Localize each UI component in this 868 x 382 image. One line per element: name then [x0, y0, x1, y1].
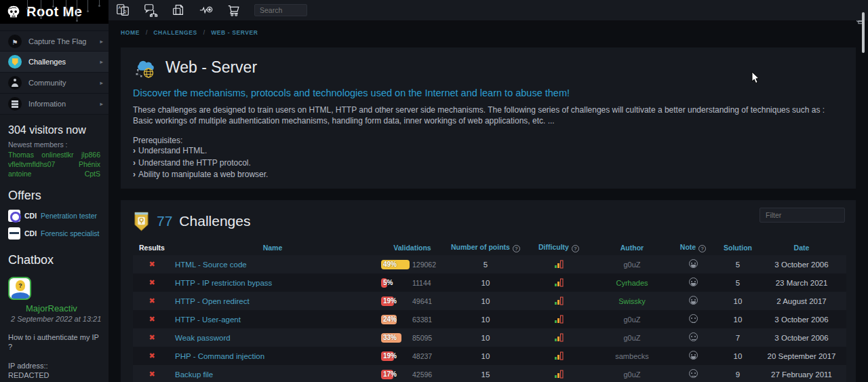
- page-title: Web - Server: [165, 58, 257, 77]
- column-header[interactable]: Name: [171, 240, 374, 255]
- hanging-string-decoration: [77, 0, 77, 20]
- difficulty-bars-icon: [554, 372, 564, 380]
- column-header[interactable]: Date: [757, 240, 846, 255]
- chat-message: IP address::REDACTEDis not authorized to…: [8, 361, 100, 382]
- help-icon[interactable]: ?: [513, 245, 520, 252]
- visitors-heading: 304 visitors now: [0, 115, 108, 139]
- table-row: ✖ HTTP - User-agent 24% 63381 10: [133, 310, 846, 328]
- member-link[interactable]: Phénix: [79, 160, 100, 168]
- date-value: 27 February 2011: [757, 365, 846, 382]
- author-link[interactable]: g0uZ: [623, 261, 640, 269]
- column-header[interactable]: Validations: [374, 240, 450, 255]
- chevron-right-icon: ▸: [100, 38, 103, 45]
- difficulty-bars-icon: [554, 335, 564, 343]
- chat-username-link[interactable]: MajorReactiv: [26, 303, 108, 313]
- points-value: 10: [450, 328, 521, 347]
- member-link[interactable]: jlp866: [81, 151, 100, 159]
- member-link[interactable]: onlinestlkr: [41, 151, 73, 159]
- challenge-link[interactable]: HTTP - IP restriction bypass: [175, 279, 272, 287]
- prerequisite-item: ›Understand the HTTP protocol.: [133, 157, 844, 170]
- breadcrumb: HOME / CHALLENGES / WEB - SERVER: [121, 29, 258, 36]
- cart-icon[interactable]: [226, 3, 241, 18]
- offer-link[interactable]: Forensic specialist: [41, 229, 99, 237]
- solution-count: 5: [719, 255, 757, 273]
- date-value: 3 October 2006: [757, 310, 846, 328]
- member-link[interactable]: CptS: [85, 170, 100, 178]
- table-row: ✖ Backup file 17% 42596 15: [133, 365, 846, 382]
- column-header[interactable]: Results: [133, 240, 171, 255]
- cloud-globe-icon: [133, 56, 157, 79]
- challenge-link[interactable]: HTTP - User-agent: [175, 316, 241, 324]
- date-value: 23 March 2021: [757, 273, 846, 292]
- breadcrumb-item[interactable]: CHALLENGES: [153, 29, 197, 36]
- offers-list: CDI Penetration tester CDI Forensic spec…: [0, 207, 108, 242]
- hanging-string-decoration: [66, 0, 66, 15]
- date-value: 20 September 2017: [757, 347, 846, 365]
- pulse-target-icon[interactable]: [199, 3, 214, 18]
- challenge-link[interactable]: HTTP - Open redirect: [175, 297, 250, 305]
- challenge-link[interactable]: Weak password: [175, 334, 231, 342]
- author-link[interactable]: Cyrhades: [616, 279, 648, 287]
- points-value: 15: [450, 365, 521, 382]
- page-description: These challenges are designed to train u…: [133, 104, 844, 126]
- challenge-link[interactable]: PHP - Command injection: [175, 352, 264, 360]
- member-link[interactable]: antoine: [8, 170, 31, 178]
- documents-icon[interactable]: [171, 3, 186, 18]
- challenge-link[interactable]: HTML - Source code: [175, 261, 247, 269]
- scrollbar-thumb[interactable]: [862, 12, 865, 53]
- avatar[interactable]: ?: [8, 277, 31, 300]
- validation-badge: 19%: [381, 351, 410, 361]
- author-link[interactable]: sambecks: [615, 352, 649, 360]
- points-value: 10: [450, 347, 521, 365]
- logo[interactable]: Root Me: [0, 0, 108, 24]
- newest-members-label: Newest members :: [0, 139, 108, 151]
- validation-badge: 17%: [381, 370, 410, 379]
- help-icon[interactable]: ?: [698, 245, 706, 252]
- breadcrumb-separator: /: [203, 29, 205, 36]
- note-face-icon: [689, 351, 698, 360]
- column-header[interactable]: Solution: [719, 240, 757, 255]
- sidebar-item-challenges[interactable]: Challenges ▸: [0, 52, 108, 73]
- table-row: ✖ PHP - Command injection 19% 48237 10: [133, 347, 846, 365]
- member-link[interactable]: Thomas: [8, 151, 34, 159]
- qa-cards-icon[interactable]: A Q: [115, 3, 130, 18]
- validation-badge: 33%: [381, 333, 410, 343]
- author-link[interactable]: g0uZ: [623, 370, 640, 379]
- member-link[interactable]: vfleltvmfldhs07: [8, 160, 55, 168]
- not-validated-icon: ✖: [149, 315, 155, 323]
- breadcrumb-item[interactable]: HOME: [121, 29, 140, 36]
- filter-input[interactable]: [760, 208, 845, 223]
- challenges-heading: Challenges: [179, 213, 250, 229]
- challenge-link[interactable]: Backup file: [175, 370, 213, 379]
- points-value: 10: [450, 292, 521, 310]
- offers-heading: Offers: [0, 178, 108, 207]
- sidebar-item-capture-the-flag[interactable]: Capture The Flag ▸: [0, 31, 108, 52]
- column-header[interactable]: Author: [597, 240, 667, 255]
- offer-link[interactable]: Penetration tester: [41, 212, 97, 220]
- validations-count: 49641: [412, 297, 432, 305]
- not-validated-icon: ✖: [149, 260, 155, 268]
- column-header[interactable]: Difficulty?: [521, 240, 597, 255]
- column-header[interactable]: Number of points?: [450, 240, 521, 255]
- hanging-string-decoration: [27, 0, 28, 8]
- search-input[interactable]: [254, 4, 307, 16]
- note-face-icon: [689, 332, 698, 341]
- author-link[interactable]: g0uZ: [623, 316, 640, 324]
- table-row: ✖ HTTP - Open redirect 19% 49641 10: [133, 292, 846, 310]
- breadcrumb-separator: /: [146, 29, 147, 36]
- chat-network-icon[interactable]: [143, 3, 158, 18]
- sidebar-item-community[interactable]: Community ▸: [0, 73, 108, 94]
- column-header[interactable]: Note?: [667, 240, 719, 255]
- validation-badge: 49%: [381, 260, 410, 269]
- sidebar-item-information[interactable]: Information ▸: [0, 94, 108, 115]
- validation-badge: 5%: [381, 278, 410, 288]
- author-link[interactable]: Swissky: [618, 297, 646, 305]
- help-icon[interactable]: ?: [572, 245, 579, 252]
- challenges-count: 77: [157, 213, 172, 229]
- author-link[interactable]: g0uZ: [623, 334, 640, 342]
- hanging-string-decoration: [99, 0, 100, 5]
- hanging-string-decoration: [53, 0, 54, 6]
- validation-badge: 19%: [381, 297, 410, 306]
- breadcrumb-item[interactable]: WEB - SERVER: [211, 29, 258, 36]
- sidebar: Root Me Capture The Flag ▸ Challenges ▸ …: [0, 0, 108, 382]
